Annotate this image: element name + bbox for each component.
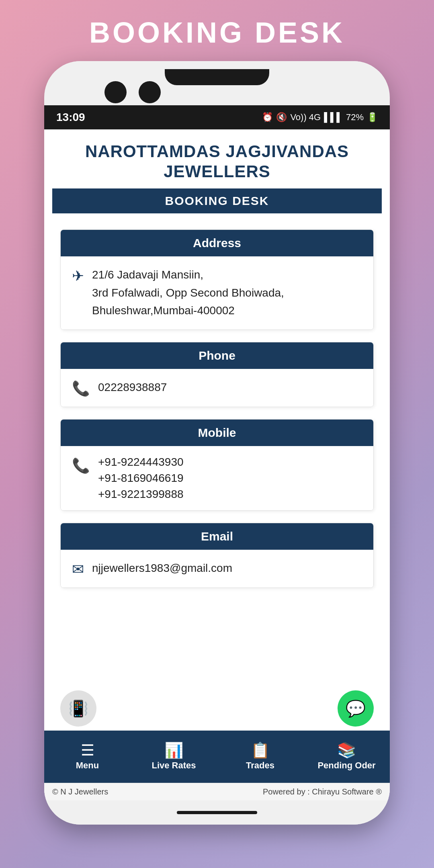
app-header: NAROTTAMDAS JAGJIVANDAS JEWELLERS BOOKIN… <box>44 129 390 217</box>
nav-item-trades[interactable]: 📋 Trades <box>217 731 303 783</box>
nav-label-live-rates: Live Rates <box>151 760 196 771</box>
address-line2: 3rd Fofalwadi, Opp Second Bhoiwada, <box>92 287 284 299</box>
phone-top-bar <box>44 61 390 81</box>
camera-2 <box>139 81 161 103</box>
email-card-body: ✉ njjewellers1983@gmail.com <box>61 550 373 588</box>
nav-item-live-rates[interactable]: 📊 Live Rates <box>131 731 217 783</box>
phone-card: Phone 📞 02228938887 <box>60 342 374 407</box>
alarm-icon: ⏰ <box>262 112 273 123</box>
phone-card-body: 📞 02228938887 <box>61 369 373 407</box>
email-text[interactable]: njjewellers1983@gmail.com <box>92 559 232 577</box>
float-buttons: 📳 💬 <box>44 686 390 731</box>
whatsapp-float-button[interactable]: 💬 <box>338 690 374 727</box>
address-text: 21/6 Jadavaji Mansiin, 3rd Fofalwadi, Op… <box>92 266 284 320</box>
page-title: BOOKING DESK <box>89 16 345 49</box>
bottom-nav: ☰ Menu 📊 Live Rates 📋 Trades 📚 Pending O… <box>44 731 390 783</box>
footer-left: © N J Jewellers <box>52 787 108 796</box>
battery-icon: 72% <box>346 112 364 123</box>
app-content: NAROTTAMDAS JAGJIVANDAS JEWELLERS BOOKIN… <box>44 129 390 800</box>
status-time: 13:09 <box>56 111 85 124</box>
mobile-card: Mobile 📞 +91-9224443930 +91-8169046619 +… <box>60 419 374 511</box>
address-card: Address ✈ 21/6 Jadavaji Mansiin, 3rd Fof… <box>60 229 374 330</box>
footer-right: Powered by : Chirayu Software ® <box>263 787 382 796</box>
app-subtitle-bar: BOOKING DESK <box>52 188 382 213</box>
battery-graphic: 🔋 <box>367 112 378 123</box>
mobile-card-body: 📞 +91-9224443930 +91-8169046619 +91-9221… <box>61 446 373 510</box>
page-title-section: BOOKING DESK <box>0 0 434 61</box>
mobile-number-1[interactable]: +91-9224443930 <box>98 456 184 469</box>
whatsapp-icon: 💬 <box>346 699 366 718</box>
phone-bottom-bar <box>44 800 390 825</box>
home-indicator <box>177 811 257 814</box>
trades-icon: 📋 <box>251 743 270 758</box>
mobile-card-header: Mobile <box>61 420 373 446</box>
mobile-number-3[interactable]: +91-9221399888 <box>98 488 184 501</box>
mute-icon: 🔇 <box>276 112 287 123</box>
live-rates-icon: 📊 <box>164 743 183 758</box>
mobile-number-2[interactable]: +91-8169046619 <box>98 472 184 485</box>
nav-item-menu[interactable]: ☰ Menu <box>44 731 131 783</box>
network-icon: Vo)) 4G <box>290 112 321 123</box>
phone-icon: 📞 <box>72 380 90 397</box>
address-card-header: Address <box>61 230 373 256</box>
footer-bar: © N J Jewellers Powered by : Chirayu Sof… <box>44 783 390 800</box>
pending-oder-icon: 📚 <box>337 743 356 758</box>
status-bar: 13:09 ⏰ 🔇 Vo)) 4G ▌▌▌ 72% 🔋 <box>44 105 390 129</box>
nav-label-menu: Menu <box>76 760 99 771</box>
nav-label-pending-oder: Pending Oder <box>317 760 375 771</box>
call-icon: 📳 <box>68 699 88 718</box>
jeweller-name: NAROTTAMDAS JAGJIVANDAS JEWELLERS <box>52 141 382 182</box>
nav-label-trades: Trades <box>246 760 274 771</box>
nav-item-pending-oder[interactable]: 📚 Pending Oder <box>303 731 390 783</box>
phone-mockup: 13:09 ⏰ 🔇 Vo)) 4G ▌▌▌ 72% 🔋 NAROTTAMDAS … <box>44 61 390 825</box>
address-icon: ✈ <box>72 268 84 285</box>
call-float-button[interactable]: 📳 <box>60 690 96 727</box>
camera-1 <box>104 81 127 103</box>
phone-notch <box>165 69 269 85</box>
phone-cameras <box>104 81 161 103</box>
email-card: Email ✉ njjewellers1983@gmail.com <box>60 523 374 588</box>
menu-icon: ☰ <box>81 743 94 758</box>
address-line3: Bhuleshwar,Mumbai-400002 <box>92 304 235 317</box>
mobile-icon: 📞 <box>72 457 90 474</box>
email-card-header: Email <box>61 523 373 550</box>
address-card-body: ✈ 21/6 Jadavaji Mansiin, 3rd Fofalwadi, … <box>61 256 373 330</box>
signal-icon: ▌▌▌ <box>324 112 343 123</box>
phone-card-header: Phone <box>61 342 373 369</box>
phone-text[interactable]: 02228938887 <box>98 379 167 397</box>
address-line1: 21/6 Jadavaji Mansiin, <box>92 268 203 281</box>
cards-section: Address ✈ 21/6 Jadavaji Mansiin, 3rd Fof… <box>44 217 390 686</box>
email-icon: ✉ <box>72 561 84 578</box>
status-icons: ⏰ 🔇 Vo)) 4G ▌▌▌ 72% 🔋 <box>262 112 378 123</box>
mobile-numbers: +91-9224443930 +91-8169046619 +91-922139… <box>98 456 184 501</box>
